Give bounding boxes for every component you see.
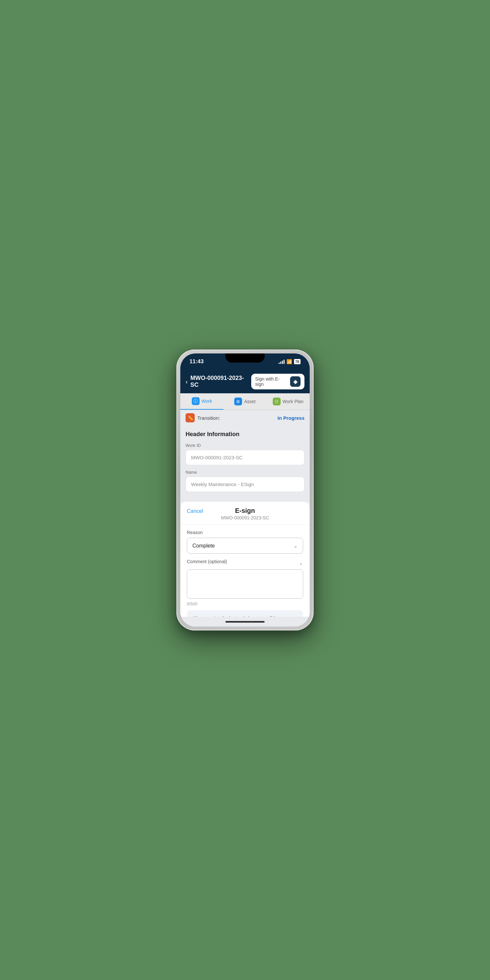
home-indicator [180, 617, 310, 627]
status-time: 11:43 [189, 358, 204, 365]
tab-work[interactable]: ⓘ Work [180, 393, 223, 410]
form-section: Header Information Work ID MWO-000091-20… [180, 426, 310, 502]
transition-icon: ✏️ [186, 413, 195, 422]
esign-header-button[interactable]: Sign with E-sign ◈ [251, 374, 304, 390]
home-bar [225, 621, 265, 623]
transition-label: Transition: [197, 415, 220, 421]
asset-tab-icon: ⚙ [234, 398, 242, 406]
tab-asset-label: Asset [244, 399, 255, 404]
esign-icon: ◈ [290, 376, 301, 387]
sheet-header: Cancel E-sign MWO-000091-2023-SC [180, 502, 310, 525]
workplan-tab-icon: ☷ [273, 398, 281, 406]
comment-chevron-icon: ⌄ [299, 560, 303, 566]
comment-header: Comment (optional) ⌄ [187, 559, 303, 567]
work-tab-icon: ⓘ [192, 397, 200, 405]
chevron-down-icon: ⌄ [293, 542, 298, 549]
comment-label: Comment (optional) [187, 559, 227, 564]
name-label: Name [186, 470, 304, 475]
name-value: Weekly Maintenance - ESign [186, 477, 304, 492]
wifi-icon: 📶 [286, 359, 292, 364]
tab-work-label: Work [202, 399, 212, 404]
signal-icon [278, 360, 285, 364]
status-icons: 📶 78 [278, 359, 301, 364]
tab-workplan[interactable]: ☷ Work Plan [267, 393, 310, 410]
work-id-label: Work ID [186, 443, 304, 448]
work-id-value: MWO-000091-2023-SC [186, 450, 304, 465]
transition-status: In Progress [277, 415, 304, 421]
transition-bar: ✏️ Transition: In Progress [180, 410, 310, 426]
status-bar: 11:43 📶 78 [180, 353, 310, 370]
tab-asset[interactable]: ⚙ Asset [223, 393, 267, 410]
battery-indicator: 78 [294, 359, 301, 364]
main-content: ✏️ Transition: In Progress Header Inform… [180, 410, 310, 617]
esign-title: E-sign [187, 507, 303, 514]
reason-dropdown[interactable]: Complete ⌄ [187, 538, 303, 554]
esign-subtitle: MWO-000091-2023-SC [187, 515, 303, 520]
info-box: After pressing the button below, you wil… [187, 610, 303, 617]
app-header: ‹ MWO-000091-2023-SC Sign with E-sign ◈ [180, 370, 310, 393]
tab-bar: ⓘ Work ⚙ Asset ☷ Work Plan [180, 393, 310, 410]
sheet-body: Reason Complete ⌄ Comment (optional) ⌄ 0… [180, 525, 310, 617]
back-button[interactable]: ‹ [186, 378, 188, 385]
reason-label: Reason [187, 530, 303, 535]
char-count: 0/500 [187, 601, 303, 606]
comment-input[interactable] [187, 570, 303, 599]
reason-value: Complete [192, 543, 215, 549]
esign-button-label: Sign with E-sign [255, 376, 288, 387]
tab-workplan-label: Work Plan [283, 399, 304, 404]
section-title: Header Information [186, 431, 304, 438]
esign-sheet: Cancel E-sign MWO-000091-2023-SC Reason … [180, 502, 310, 617]
notch [225, 353, 265, 363]
cancel-button[interactable]: Cancel [187, 508, 203, 514]
work-order-id: MWO-000091-2023-SC [191, 375, 251, 388]
